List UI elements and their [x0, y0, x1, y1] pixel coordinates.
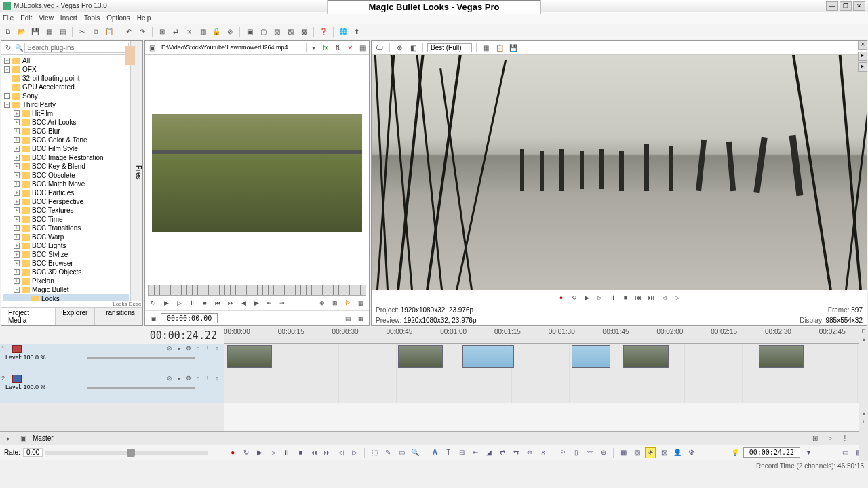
play-icon[interactable]: ▷ — [595, 292, 606, 303]
ignore-icon[interactable]: ⊘ — [224, 26, 235, 37]
marker-icon[interactable]: 🏳 — [342, 298, 353, 308]
opt2-icon[interactable]: ▦ — [355, 313, 366, 324]
track-fx-icon[interactable]: ▸ — [175, 345, 183, 353]
delete-icon[interactable]: ✕ — [344, 42, 355, 53]
normal-edit-icon[interactable]: ⬚ — [369, 447, 380, 458]
go-end-icon[interactable]: ⏭ — [646, 292, 657, 303]
tool4-icon[interactable]: ▨ — [285, 26, 296, 37]
pause-icon[interactable]: ⏸ — [186, 298, 197, 308]
autocross-icon[interactable]: ⤨ — [184, 26, 195, 37]
close-button[interactable]: ✕ — [853, 1, 865, 11]
master-mute-icon[interactable]: ○ — [825, 433, 835, 444]
zoom-out-icon[interactable]: − — [861, 427, 867, 434]
trim-icon[interactable]: ⇤ — [470, 447, 481, 458]
menu-insert[interactable]: Insert — [60, 14, 77, 22]
scrub-slider[interactable] — [45, 451, 208, 455]
menu-view[interactable]: View — [39, 14, 54, 22]
tree-item[interactable]: +BCC Warp — [3, 232, 129, 241]
add-icon[interactable]: ⊕ — [317, 298, 328, 308]
menu-help[interactable]: Help — [137, 14, 151, 22]
t1-icon[interactable]: ▦ — [618, 447, 629, 458]
tree-item[interactable]: +BCC Image Restoration — [3, 153, 129, 162]
snapshot-icon[interactable]: 📋 — [494, 42, 505, 53]
view-icon[interactable]: ▦ — [357, 42, 368, 53]
cut-icon[interactable]: ✂ — [77, 26, 87, 37]
zoom-icon[interactable]: + — [861, 419, 867, 426]
save-snap-icon[interactable]: 💾 — [508, 42, 519, 53]
go-start-icon[interactable]: ⏮ — [309, 447, 319, 458]
quantize-icon[interactable]: ▥ — [197, 26, 208, 37]
end-icon[interactable]: ⏭ — [225, 298, 236, 308]
go-end-icon[interactable]: ⏭ — [322, 447, 333, 458]
menu-options[interactable]: Options — [106, 14, 130, 22]
track-header-1[interactable]: 1 ⊘ ▸ ⚙ ○ ! ↕ Level: 100.0 % — [0, 344, 224, 373]
mute-icon[interactable]: ○ — [194, 375, 202, 383]
master-fx-icon[interactable]: ⊞ — [810, 433, 821, 444]
lock-icon[interactable]: 🔒 — [211, 26, 222, 37]
fx-chain-icon[interactable]: ⊕ — [394, 42, 405, 53]
menu-edit[interactable]: Edit — [20, 14, 32, 22]
scroll-down-icon[interactable]: ▾ — [861, 411, 867, 418]
tree-item[interactable]: 32-bit floating point — [3, 74, 129, 83]
tree-item[interactable]: +BCC Time — [3, 215, 129, 224]
dock-icon[interactable]: ▭ — [840, 447, 850, 458]
tree-item[interactable]: −Magic Bullet — [3, 285, 129, 294]
tree-item[interactable]: GPU Accelerated — [3, 83, 129, 92]
refresh-icon[interactable]: ↻ — [3, 42, 14, 53]
selection-icon[interactable]: ▭ — [396, 447, 407, 458]
rate-value[interactable]: 0.00 — [23, 448, 43, 457]
envelope-icon[interactable]: ✎ — [382, 447, 393, 458]
snap-icon[interactable]: ⊞ — [157, 26, 167, 37]
tool3-icon[interactable]: ▧ — [271, 26, 282, 37]
slip-icon[interactable]: ⇄ — [497, 447, 508, 458]
next-frame-icon[interactable]: ▷ — [349, 447, 360, 458]
redo-icon[interactable]: ↷ — [137, 26, 148, 37]
sort-icon[interactable]: ⇅ — [332, 42, 343, 53]
marker-icon[interactable]: 🏳 — [861, 328, 867, 335]
marker-icon[interactable]: 🏳 — [557, 447, 568, 458]
stop-icon[interactable]: ■ — [295, 447, 306, 458]
out-icon[interactable]: ⇥ — [277, 298, 288, 308]
video-track-icon[interactable] — [12, 375, 22, 383]
dropdown-icon[interactable]: ▾ — [308, 42, 319, 53]
tree-item[interactable]: +BCC Blur — [3, 127, 129, 136]
clip[interactable] — [572, 345, 610, 368]
bulb-icon[interactable]: 💡 — [730, 447, 741, 458]
tree-item[interactable]: Looks — [3, 294, 129, 301]
tree-item[interactable]: +Pixelan — [3, 277, 129, 285]
close-panel-icon[interactable]: ✕ — [858, 41, 867, 50]
tree-item[interactable]: +BCC Particles — [3, 188, 129, 197]
text-icon[interactable]: T — [443, 447, 454, 458]
dropdown-icon[interactable]: ▾ — [803, 447, 814, 458]
a-icon[interactable]: A — [429, 447, 440, 458]
plugin-tree[interactable]: +All+OFX32-bit floating pointGPU Acceler… — [1, 55, 130, 301]
level-slider[interactable] — [87, 357, 195, 359]
bypass-icon[interactable]: ⊘ — [165, 375, 174, 383]
zoom-tool-icon[interactable]: 🔍 — [410, 447, 420, 458]
help-icon[interactable]: ❓ — [318, 26, 329, 37]
render-icon[interactable]: ▤ — [57, 26, 68, 37]
tree-item[interactable]: +BCC Match Move — [3, 180, 129, 188]
play-start-icon[interactable]: ▶ — [254, 447, 265, 458]
in-icon[interactable]: ⇤ — [264, 298, 275, 308]
path-input[interactable]: E:\Video\Stock\Youtube\LawnmowerH264.mp4 — [159, 43, 307, 52]
track-fx-icon[interactable]: ▸ — [175, 375, 183, 383]
plugin-search-input[interactable] — [24, 43, 129, 53]
timeline-timecode[interactable]: 00:00:24.22 — [150, 329, 217, 342]
undo-icon[interactable]: ↶ — [123, 26, 134, 37]
more-icon[interactable]: ↕ — [213, 345, 221, 353]
tab-project-media[interactable]: Project Media — [1, 308, 56, 325]
tree-item[interactable]: +BCC Browser — [3, 259, 129, 268]
pause-icon[interactable]: ⏸ — [608, 292, 618, 303]
pause-icon[interactable]: ⏸ — [281, 447, 292, 458]
region-icon[interactable]: ▯ — [571, 447, 582, 458]
clip[interactable] — [462, 345, 514, 368]
slide-icon[interactable]: ⇆ — [511, 447, 521, 458]
save-icon[interactable]: 💾 — [30, 26, 41, 37]
start-icon[interactable]: ⏮ — [212, 298, 223, 308]
tool5-icon[interactable]: ▩ — [298, 26, 309, 37]
tree-item[interactable]: +BCC Textures — [3, 206, 129, 215]
solo-icon[interactable]: ! — [203, 375, 212, 383]
opt1-icon[interactable]: ▤ — [342, 313, 353, 324]
master-expand-icon[interactable]: ▸ — [3, 433, 14, 444]
